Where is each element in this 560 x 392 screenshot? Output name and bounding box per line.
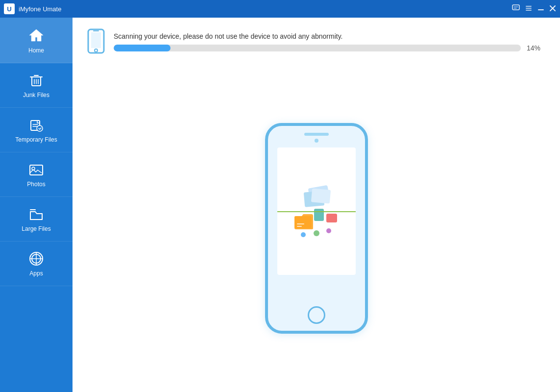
svg-rect-1 [526,6,532,7]
phone-home-button [308,306,325,324]
trash-icon [28,72,45,89]
sidebar-item-apps[interactable]: Apps [0,242,73,286]
svg-rect-32 [326,214,337,222]
phone-screen [277,147,356,275]
feedback-icon[interactable] [512,4,520,14]
sidebar-item-large-files-label: Large Files [22,225,50,232]
svg-rect-36 [297,223,304,224]
large-files-icon [28,206,45,222]
sidebar-item-temporary-files-label: Temporary Files [15,136,57,143]
sidebar-item-junk-files[interactable]: Junk Files [0,63,73,108]
phone-illustration-container [265,65,368,392]
app-title: iMyfone Umate [19,5,61,13]
content-area: Scanning your device, please do not use … [73,18,560,392]
photos-icon [28,161,45,178]
svg-rect-0 [512,5,519,10]
svg-point-34 [314,230,319,236]
menu-icon[interactable] [525,4,533,14]
progress-bar-fill [114,45,170,51]
minimize-icon[interactable] [537,5,544,13]
svg-rect-31 [314,209,324,221]
svg-point-25 [95,49,97,52]
progress-percent: 14% [527,44,545,52]
temporary-files-icon [28,117,45,133]
device-icon [87,28,105,56]
window-controls [512,4,556,14]
scan-info: Scanning your device, please do not use … [114,32,545,52]
svg-rect-17 [30,165,43,175]
close-icon[interactable] [549,5,556,13]
titlebar: U iMyfone Umate [0,0,560,18]
svg-point-35 [326,228,331,233]
app-logo: U [4,3,15,14]
apps-icon [28,250,45,267]
svg-rect-2 [526,8,532,9]
sidebar-item-home[interactable]: Home [0,18,73,63]
scan-header: Scanning your device, please do not use … [73,18,560,65]
screen-content [277,147,356,275]
svg-rect-37 [297,226,302,227]
home-icon [27,26,45,44]
svg-rect-24 [91,32,101,48]
progress-bar-background [114,45,521,51]
main-layout: Home Junk Files [0,18,560,392]
progress-bar-container: 14% [114,44,545,52]
sidebar-item-home-label: Home [28,47,44,54]
svg-rect-3 [526,10,532,11]
phone-speaker [304,133,329,136]
sidebar-item-photos[interactable]: Photos [0,152,73,197]
sidebar-item-temporary-files[interactable]: Temporary Files [0,108,73,152]
sidebar-item-junk-files-label: Junk Files [23,92,49,98]
sidebar-item-large-files[interactable]: Large Files [0,197,73,242]
sidebar: Home Junk Files [0,18,73,392]
sidebar-item-apps-label: Apps [29,270,43,277]
scan-message: Scanning your device, please do not use … [114,32,545,40]
phone-frame [265,123,368,334]
sidebar-item-photos-label: Photos [27,181,45,188]
scan-line [277,211,356,212]
phone-camera [315,139,318,143]
svg-point-33 [301,232,306,237]
svg-point-16 [37,125,43,131]
svg-rect-29 [311,188,330,203]
